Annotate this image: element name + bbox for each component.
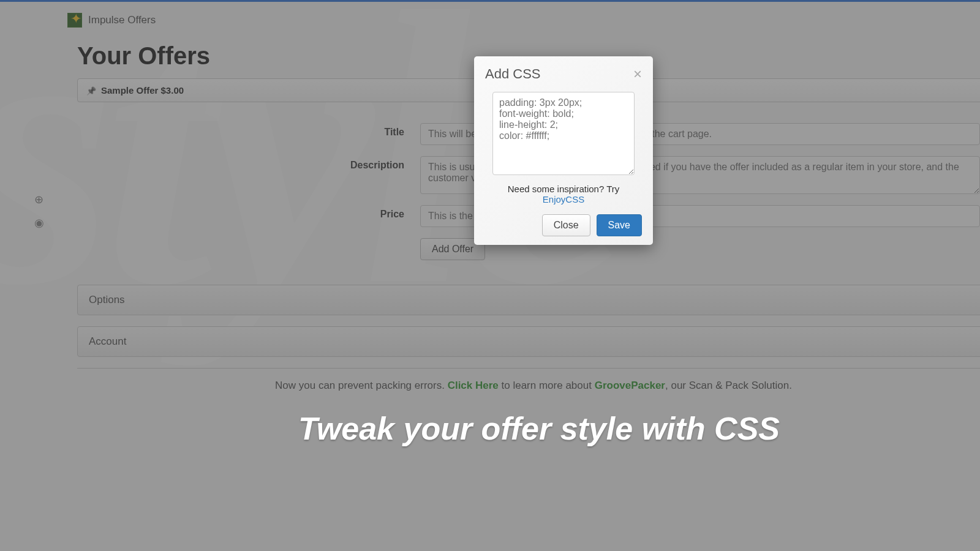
close-button[interactable]: Close [542, 214, 590, 236]
modal-hint: Need some inspiration? Try EnjoyCSS [485, 184, 642, 204]
tagline: Tweak your offer style with CSS [0, 410, 980, 447]
css-input[interactable] [492, 92, 635, 175]
modal-title: Add CSS [485, 66, 541, 82]
add-css-modal: Add CSS × Need some inspiration? Try Enj… [474, 56, 653, 245]
close-icon[interactable]: × [633, 67, 642, 81]
save-button[interactable]: Save [597, 214, 642, 236]
enjoycss-link[interactable]: EnjoyCSS [543, 194, 584, 204]
